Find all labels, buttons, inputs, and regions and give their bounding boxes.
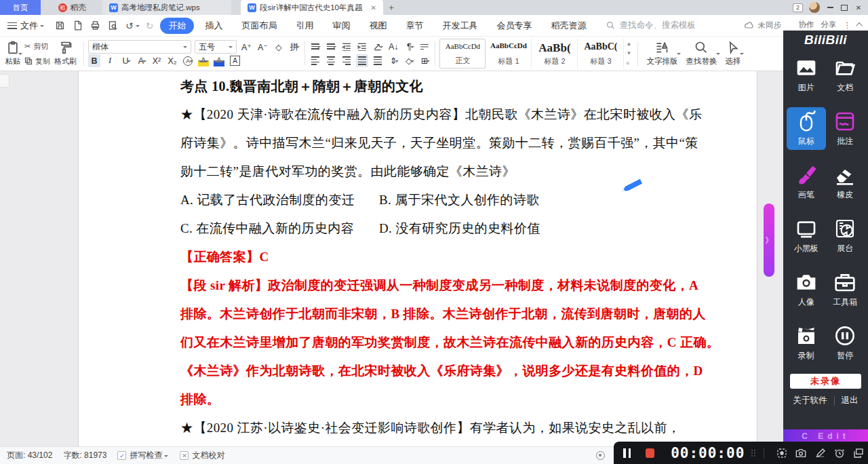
- hamburger-icon[interactable]: [7, 22, 17, 29]
- align-left-icon[interactable]: [309, 54, 321, 67]
- bili-tool-stage[interactable]: 展台: [826, 214, 865, 257]
- bili-tool-portrait[interactable]: 人像: [787, 268, 826, 311]
- tab-home[interactable]: 首页: [0, 0, 41, 15]
- format-painter-button[interactable]: 格式刷: [52, 39, 79, 69]
- paragraph-mark-icon[interactable]: ¶: [403, 40, 415, 53]
- bili-tool-toolbox[interactable]: 工具箱: [826, 268, 865, 311]
- share-button[interactable]: 分享: [821, 20, 837, 30]
- sync-status[interactable]: 未同步: [745, 20, 782, 31]
- select-button[interactable]: 选择: [721, 39, 745, 69]
- bili-tool-record[interactable]: 录制: [787, 322, 826, 364]
- pause-recording-icon[interactable]: [623, 448, 631, 458]
- spell-check-toggle[interactable]: ✓ 拼写检查: [117, 450, 169, 461]
- drag-grip[interactable]: [751, 450, 755, 457]
- panel-expand-handle[interactable]: 》: [764, 204, 774, 277]
- underline-button[interactable]: U: [119, 54, 132, 67]
- save-icon[interactable]: [54, 20, 66, 31]
- ribbon-tab-home[interactable]: 开始: [160, 18, 194, 34]
- font-size-combo[interactable]: 五号: [195, 40, 237, 54]
- line-spacing-icon[interactable]: ⇕: [387, 54, 399, 67]
- collab-button[interactable]: 协作: [799, 20, 814, 30]
- bili-tool-brush[interactable]: 画笔: [787, 161, 826, 204]
- paragraph-shading-icon[interactable]: ◇: [403, 54, 415, 67]
- pinyin-guide-button[interactable]: 拼: [288, 41, 300, 54]
- ribbon-tab-section[interactable]: 章节: [397, 18, 431, 34]
- justify-icon[interactable]: [356, 54, 368, 67]
- subscript-button[interactable]: X₂: [166, 54, 178, 67]
- recording-status-button[interactable]: 未录像: [790, 374, 861, 389]
- increase-indent-icon[interactable]: [356, 40, 368, 53]
- user-avatar[interactable]: [809, 2, 820, 13]
- exit-link[interactable]: 退出: [842, 395, 859, 406]
- style-normal[interactable]: AaBbCcDd正文: [439, 39, 486, 69]
- bili-tool-mouse[interactable]: 鼠标: [787, 107, 826, 150]
- record-region-icon[interactable]: [772, 448, 791, 459]
- more-menu-icon[interactable]: ⋮: [844, 20, 852, 30]
- tab-settings-icon[interactable]: [418, 40, 431, 53]
- assistant-icon[interactable]: [596, 451, 605, 460]
- bili-tool-eraser[interactable]: 橡皮: [826, 161, 865, 204]
- undo-icon[interactable]: ↺: [125, 20, 140, 31]
- char-shading-button[interactable]: A: [229, 54, 241, 67]
- export-pdf-icon[interactable]: [72, 20, 83, 31]
- ribbon-tab-page-layout[interactable]: 页面布局: [233, 18, 285, 34]
- ribbon-tab-review[interactable]: 审阅: [324, 18, 358, 34]
- ribbon-tab-insert[interactable]: 插入: [197, 18, 231, 34]
- style-heading-1[interactable]: AaBbCcDd标题 1: [486, 39, 532, 69]
- side-panel-nub[interactable]: [0, 74, 9, 88]
- font-name-combo[interactable]: 楷体: [88, 40, 191, 54]
- numbered-list-icon[interactable]: [325, 40, 337, 53]
- italic-button[interactable]: I: [104, 54, 116, 67]
- doc-proof-toggle[interactable]: ✕ 文档校对: [180, 450, 224, 461]
- borders-icon[interactable]: ⊞: [418, 54, 431, 67]
- ribbon-tab-developer[interactable]: 开发工具: [434, 18, 486, 34]
- bili-tool-pause[interactable]: 暂停: [826, 322, 865, 364]
- bili-tool-image[interactable]: 图片: [787, 54, 826, 96]
- enclosed-char-button[interactable]: A: [182, 54, 194, 67]
- font-color-button[interactable]: A: [213, 54, 225, 67]
- bold-button[interactable]: B: [88, 54, 100, 67]
- paste-button[interactable]: 粘贴: [3, 39, 23, 69]
- minimize-button[interactable]: [826, 3, 834, 12]
- grow-font-button[interactable]: A⁺: [240, 41, 253, 54]
- copy-button[interactable]: 复制: [24, 56, 50, 66]
- highlight-color-button[interactable]: A: [197, 54, 210, 67]
- redo-icon[interactable]: ↻: [146, 20, 154, 31]
- align-right-icon[interactable]: [340, 54, 353, 67]
- scale-text-icon[interactable]: [372, 40, 384, 53]
- ribbon-tab-daoke-resources[interactable]: 稻壳资源: [542, 18, 594, 34]
- tab-doc-geography[interactable]: W 高考地理私房笔记.wps: [102, 0, 231, 15]
- file-menu[interactable]: 文件: [20, 20, 45, 32]
- ribbon-tab-view[interactable]: 视图: [361, 18, 395, 34]
- style-heading-3[interactable]: AaBbC(标题 3: [578, 39, 624, 69]
- window-switch-icon[interactable]: [849, 448, 868, 459]
- char-border-button[interactable]: A: [135, 54, 147, 67]
- ribbon-tab-member[interactable]: 会员专享: [488, 18, 540, 34]
- superscript-button[interactable]: X²: [151, 54, 163, 67]
- shrink-font-button[interactable]: A⁻: [256, 41, 269, 54]
- clear-format-icon[interactable]: ◇: [273, 41, 285, 54]
- bili-tool-blackboard[interactable]: 小黑板: [787, 214, 826, 257]
- decrease-indent-icon[interactable]: [340, 40, 353, 53]
- align-center-icon[interactable]: [325, 54, 337, 67]
- stop-recording-icon[interactable]: [646, 448, 654, 458]
- bullet-list-icon[interactable]: [309, 40, 321, 53]
- sort-icon[interactable]: A↓: [387, 40, 400, 53]
- print-preview-icon[interactable]: [107, 20, 119, 31]
- style-gallery-scroll[interactable]: ▲▼≡: [624, 39, 633, 69]
- print-icon[interactable]: [90, 20, 101, 31]
- cut-button[interactable]: ✂剪切: [24, 41, 50, 52]
- document-page[interactable]: 考点 10.魏晋南北朝＋隋朝＋唐朝的文化 ★【2020 天津·诗歌在流传中融入新…: [78, 71, 757, 446]
- about-software-link[interactable]: 关于软件: [793, 395, 827, 406]
- close-tab-icon[interactable]: ✕: [371, 4, 376, 12]
- command-search[interactable]: 查找命令、搜索模板: [606, 20, 696, 31]
- tab-doc-history[interactable]: W 段sir详解中国古代史10年真题 ✕: [241, 0, 383, 15]
- distribute-icon[interactable]: [372, 54, 384, 67]
- draw-pen-icon[interactable]: [811, 448, 830, 459]
- bili-tool-annotate[interactable]: 批注: [826, 107, 865, 150]
- close-window-button[interactable]: ✕: [854, 3, 863, 12]
- maximize-button[interactable]: [840, 3, 848, 12]
- text-layout-button[interactable]: 文字排版: [642, 39, 682, 69]
- ribbon-tab-references[interactable]: 引用: [288, 18, 321, 34]
- screenshot-camera-icon[interactable]: [791, 448, 810, 459]
